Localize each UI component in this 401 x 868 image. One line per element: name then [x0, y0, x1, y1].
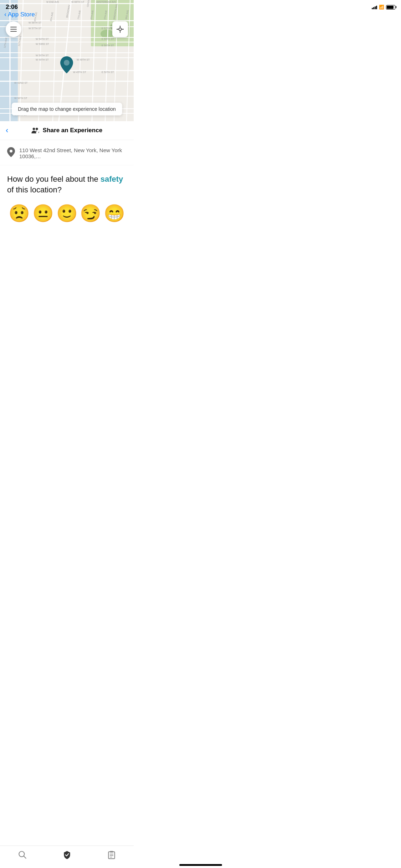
- location-row: 110 West 42nd Street, New York, New York…: [0, 140, 134, 165]
- question-section: How do you feel about the safety of this…: [0, 165, 134, 229]
- svg-text:E 59TH ST: E 59TH ST: [102, 44, 114, 47]
- status-time: 2:06: [6, 4, 18, 11]
- svg-point-63: [33, 128, 35, 130]
- app-store-label: App Store: [8, 11, 35, 18]
- svg-text:W 58TH ST: W 58TH ST: [29, 21, 42, 24]
- drag-hint: Drag the map to change experience locati…: [11, 103, 122, 115]
- app-store-back[interactable]: ‹ App Store: [4, 11, 35, 18]
- svg-text:W 50TH ST: W 50TH ST: [36, 54, 49, 57]
- share-icon: [31, 127, 40, 134]
- menu-button[interactable]: [6, 21, 21, 37]
- share-header: ‹ Share an Experience: [0, 121, 134, 140]
- emoji-bad[interactable]: 😐: [32, 205, 54, 222]
- emoji-good[interactable]: 😏: [80, 205, 101, 222]
- svg-point-3: [101, 30, 113, 38]
- content-section: ‹ Share an Experience 110 West 42nd Stre…: [0, 121, 134, 229]
- svg-text:E 50TH ST: E 50TH ST: [102, 71, 114, 73]
- location-pin-icon: [7, 147, 15, 159]
- emoji-very-bad[interactable]: 😟: [9, 205, 30, 222]
- svg-text:W 49TH ST: W 49TH ST: [36, 58, 49, 61]
- location-address: 110 West 42nd Street, New York, New York…: [19, 147, 127, 159]
- emoji-neutral[interactable]: 🙂: [56, 205, 78, 222]
- share-title-group: Share an Experience: [7, 127, 127, 134]
- svg-point-65: [10, 150, 12, 153]
- share-title: Share an Experience: [43, 127, 102, 134]
- map-pin: [60, 56, 73, 75]
- svg-text:W 42ND ST: W 42ND ST: [14, 82, 28, 84]
- svg-text:W 45TH ST: W 45TH ST: [73, 71, 86, 73]
- emoji-row: 😟 😐 🙂 😏 😁: [7, 205, 127, 222]
- svg-text:W 53RD ST: W 53RD ST: [36, 43, 49, 45]
- map-container[interactable]: W 58TH ST W 57TH ST E 57TH ST E 54TH ST …: [0, 0, 134, 121]
- back-button[interactable]: ‹: [6, 126, 8, 135]
- status-bar: 2:06 📶 88: [0, 0, 134, 12]
- svg-point-57: [119, 28, 121, 30]
- location-button[interactable]: [112, 21, 128, 37]
- svg-text:W 49TH ST: W 49TH ST: [77, 58, 90, 61]
- question-text: How do you feel about the safety of this…: [7, 174, 127, 195]
- svg-text:W 36TH ST: W 36TH ST: [14, 97, 27, 99]
- svg-point-64: [36, 128, 38, 130]
- svg-text:W 54TH ST: W 54TH ST: [36, 38, 49, 40]
- emoji-great[interactable]: 😁: [104, 205, 125, 222]
- svg-text:W 57TH ST: W 57TH ST: [29, 27, 42, 30]
- crosshair-icon: [116, 25, 124, 33]
- hamburger-icon: [10, 27, 17, 32]
- svg-point-62: [64, 60, 70, 66]
- back-chevron-icon: ‹: [4, 11, 6, 18]
- svg-text:E 54TH ST: E 54TH ST: [102, 38, 114, 40]
